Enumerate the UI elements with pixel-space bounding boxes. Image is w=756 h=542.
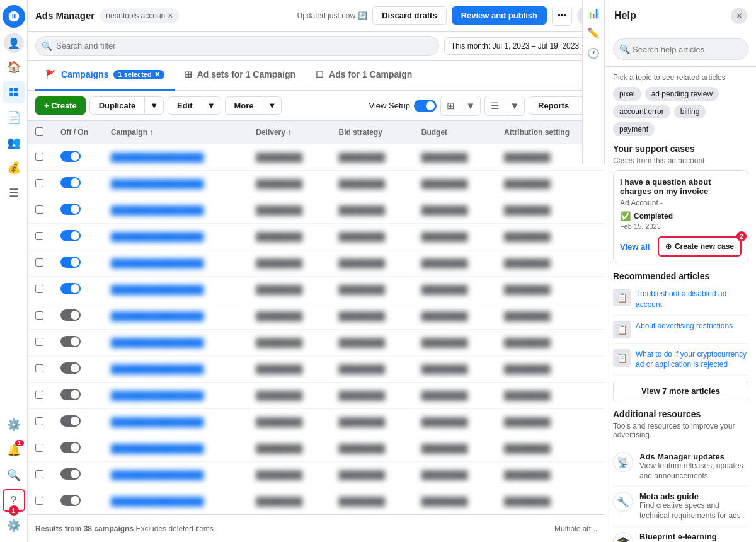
row-toggle[interactable] xyxy=(60,442,81,453)
row-checkbox[interactable] xyxy=(35,391,43,399)
edit-arrow-button[interactable]: ▼ xyxy=(202,96,221,115)
view-all-link[interactable]: View all xyxy=(620,242,650,251)
row-toggle[interactable] xyxy=(60,362,81,374)
row-toggle[interactable] xyxy=(60,177,81,188)
row-toggle[interactable] xyxy=(60,230,81,241)
row-checkbox[interactable] xyxy=(35,364,43,372)
row-toggle[interactable] xyxy=(60,309,81,321)
row-toggle[interactable] xyxy=(60,389,81,400)
badge-close[interactable]: ✕ xyxy=(154,71,160,79)
campaigns-table: Off / On Campaign ↑ Delivery ↑ Bid strat… xyxy=(28,121,605,514)
tab-ads[interactable]: ☐ Ads for 1 Campaign xyxy=(306,61,422,91)
tab-adsets[interactable]: ⊞ Ad sets for 1 Campaign xyxy=(175,61,306,91)
sidebar-people-icon[interactable]: 👥 xyxy=(3,131,25,154)
account-pill-close[interactable]: × xyxy=(168,11,173,21)
sidebar-settings-icon[interactable]: ⚙️ xyxy=(3,413,25,436)
th-select-all[interactable] xyxy=(28,121,53,144)
sidebar-help-icon[interactable]: ? 1 xyxy=(3,489,25,512)
support-cases-sub: Cases from this ad account xyxy=(613,156,748,165)
th-off-on[interactable]: Off / On xyxy=(53,121,103,144)
sidebar-pages-icon[interactable]: 📄 xyxy=(3,106,25,129)
help-search-icon: 🔍 xyxy=(619,44,630,54)
sidebar-bottom-settings-icon[interactable]: ⚙️ xyxy=(3,514,25,537)
th-bid-strategy[interactable]: Bid strategy xyxy=(331,121,414,144)
sidebar-list-icon[interactable]: ☰ xyxy=(3,182,25,204)
duplicate-arrow-button[interactable]: ▼ xyxy=(144,96,164,115)
row-toggle[interactable] xyxy=(60,415,81,427)
row-toggle[interactable] xyxy=(60,257,81,268)
tag-pending[interactable]: ad pending review xyxy=(645,87,719,101)
th-delivery[interactable]: Delivery ↑ xyxy=(248,121,331,144)
row-toggle[interactable] xyxy=(60,283,81,294)
user-avatar[interactable]: 👤 xyxy=(4,33,24,53)
select-all-checkbox[interactable] xyxy=(35,127,43,136)
row-checkbox[interactable] xyxy=(35,153,43,161)
resource-title-2[interactable]: Meta ads guide xyxy=(639,492,748,501)
resource-title-3[interactable]: Blueprint e-learning xyxy=(639,532,748,541)
row-checkbox[interactable] xyxy=(35,470,43,478)
row-toggle[interactable] xyxy=(60,468,81,480)
view-setup[interactable]: View Setup xyxy=(369,100,437,112)
create-button[interactable]: + Create xyxy=(35,96,86,115)
row-campaign-name: ████████████████ xyxy=(103,330,248,356)
view-setup-toggle[interactable] xyxy=(414,100,437,112)
refresh-icon[interactable]: 🔄 xyxy=(358,11,367,20)
sidebar-search-icon[interactable]: 🔍 xyxy=(3,464,25,487)
row-checkbox[interactable] xyxy=(35,232,43,240)
more-arrow-button[interactable]: ▼ xyxy=(263,96,282,115)
account-pill[interactable]: neontools accoun × xyxy=(100,8,179,23)
breakdown-arrow-btn[interactable]: ▼ xyxy=(505,96,525,116)
row-checkbox[interactable] xyxy=(35,179,43,187)
row-checkbox[interactable] xyxy=(35,311,43,320)
tag-payment[interactable]: payment xyxy=(613,122,655,136)
resource-sub-1: View feature releases, updates and annou… xyxy=(639,461,748,481)
row-checkbox[interactable] xyxy=(35,444,43,452)
view-more-articles-button[interactable]: View 7 more articles xyxy=(613,381,748,401)
create-new-case-button[interactable]: ⊕ Create new case xyxy=(658,236,742,257)
tag-billing[interactable]: billing xyxy=(674,105,706,118)
table-row: ████████████████ ████████ ████████ █████… xyxy=(28,409,605,435)
row-checkbox[interactable] xyxy=(35,285,43,293)
help-search-input[interactable] xyxy=(613,38,748,60)
sidebar-notification-icon[interactable]: 🔔 1 xyxy=(3,439,25,461)
row-toggle[interactable] xyxy=(60,336,81,347)
row-checkbox[interactable] xyxy=(35,205,43,214)
th-budget[interactable]: Budget xyxy=(414,121,496,144)
th-campaign[interactable]: Campaign ↑ xyxy=(103,121,248,144)
tag-account-error[interactable]: account error xyxy=(613,105,670,118)
article-link-2[interactable]: About advertising restrictions xyxy=(636,321,733,332)
tag-pixel[interactable]: pixel xyxy=(613,87,641,101)
row-toggle[interactable] xyxy=(60,204,81,215)
date-range-picker[interactable]: This month: Jul 1, 2023 – Jul 19, 2023 ▼ xyxy=(444,37,597,55)
row-checkbox-cell xyxy=(28,197,53,224)
row-checkbox[interactable] xyxy=(35,497,43,505)
row-budget: ████████ xyxy=(414,171,496,197)
row-checkbox[interactable] xyxy=(35,338,43,346)
sidebar-ads-icon[interactable] xyxy=(3,81,25,103)
columns-icon-btn[interactable]: ⊞ xyxy=(440,96,461,116)
more-options-button[interactable]: ••• xyxy=(552,6,572,26)
sidebar-home-icon[interactable]: 🏠 xyxy=(3,55,25,78)
tab-campaigns[interactable]: 🚩 Campaigns 1 selected ✕ xyxy=(35,61,175,91)
sidebar-dollar-icon[interactable]: 💰 xyxy=(3,156,25,179)
row-checkbox[interactable] xyxy=(35,417,43,425)
row-toggle[interactable] xyxy=(60,495,81,506)
resource-title-1[interactable]: Ads Manager updates xyxy=(639,452,748,461)
review-publish-button[interactable]: Review and publish xyxy=(452,6,547,25)
discard-drafts-button[interactable]: Discard drafts xyxy=(372,6,446,25)
help-close-button[interactable]: ✕ xyxy=(731,8,747,24)
duplicate-button[interactable]: Duplicate xyxy=(89,96,145,115)
columns-arrow-btn[interactable]: ▼ xyxy=(461,96,481,116)
article-link-3[interactable]: What to do if your cryptocurrency ad or … xyxy=(636,349,748,371)
row-checkbox[interactable] xyxy=(35,258,43,267)
edit-button[interactable]: Edit xyxy=(168,96,202,115)
more-button[interactable]: More xyxy=(225,96,263,115)
reports-button[interactable]: Reports xyxy=(529,96,578,115)
panel-bar-chart-icon[interactable]: 📊 xyxy=(585,4,602,21)
article-link-1[interactable]: Troubleshoot a disabled ad account xyxy=(636,289,748,310)
breakdown-icon-btn[interactable]: ☰ xyxy=(484,96,505,116)
search-input[interactable] xyxy=(35,36,439,56)
panel-clock-icon[interactable]: 🕐 xyxy=(585,44,602,62)
panel-pencil-icon[interactable]: ✏️ xyxy=(585,24,602,42)
row-toggle[interactable] xyxy=(60,151,81,162)
